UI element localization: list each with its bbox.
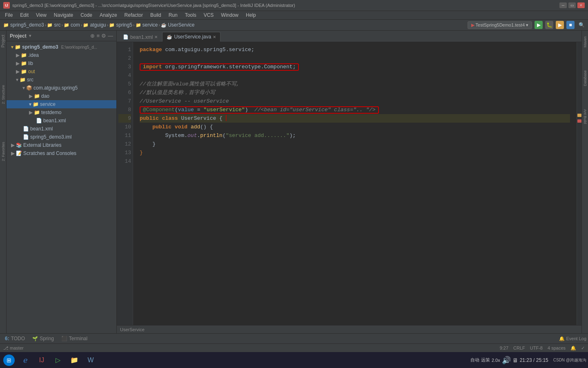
- run-config-label[interactable]: TestSpring5Demo1.test4: [476, 22, 525, 27]
- debug-button[interactable]: 🐛: [545, 21, 553, 29]
- breadcrumb-src[interactable]: 📁 src: [47, 22, 60, 28]
- breadcrumb-atguigu[interactable]: 📁 atguigu: [83, 22, 106, 28]
- tree-idea[interactable]: ▶ 📁 .idea: [7, 51, 116, 59]
- xml-icon: 📄: [36, 118, 42, 123]
- menu-code[interactable]: Code: [77, 11, 96, 19]
- code-editor[interactable]: 1 2 3 4 5 6 7 8 9 10 11 12 13 14: [117, 42, 581, 325]
- minimize-button[interactable]: ─: [559, 2, 567, 8]
- search-everywhere-button[interactable]: 🔍: [579, 22, 585, 28]
- menu-vcs[interactable]: VCS: [200, 11, 217, 19]
- tree-out[interactable]: ▶ 📁 out: [7, 67, 116, 76]
- start-button[interactable]: ⊞: [2, 353, 16, 367]
- breadcrumb-service[interactable]: 📁 service: [136, 22, 158, 28]
- taskbar-intellij[interactable]: IJ: [34, 353, 49, 367]
- settings-icon[interactable]: ⚙: [101, 33, 106, 39]
- comment-6: //默认值是类名称，首字母小写: [140, 88, 215, 97]
- taskbar-app5[interactable]: W: [83, 353, 98, 367]
- project-tool-label[interactable]: Project: [0, 32, 6, 50]
- menu-build[interactable]: Build: [147, 11, 165, 19]
- tree-scratches[interactable]: ▶ 📝 Scratches and Consoles: [7, 149, 116, 157]
- taskbar-explorer[interactable]: 📁: [67, 353, 82, 367]
- monitor-icon[interactable]: 🖥: [512, 357, 518, 364]
- menu-window[interactable]: Window: [218, 11, 242, 19]
- close-tab-userservice[interactable]: ✕: [213, 35, 216, 39]
- menu-help[interactable]: Help: [243, 11, 259, 19]
- breadcrumb-userservice[interactable]: ☕ UserService: [161, 22, 194, 28]
- menu-run[interactable]: Run: [165, 11, 181, 19]
- code-line-1: package com.atguigu.spring5.service;: [140, 45, 570, 54]
- spring-tab[interactable]: 🌱 Spring: [29, 334, 57, 343]
- menu-analyze[interactable]: Analyze: [96, 11, 120, 19]
- line-separator[interactable]: CRLF: [513, 346, 525, 350]
- encoding[interactable]: UTF-8: [530, 346, 543, 350]
- cursor-pos[interactable]: 9:27: [500, 346, 508, 350]
- favorites-tool-label[interactable]: 2: Favorites: [0, 139, 6, 164]
- breadcrumb-spring5[interactable]: 📁 spring5: [109, 22, 132, 28]
- taskbar-ie[interactable]: ℯ: [18, 353, 33, 367]
- tree-bean1[interactable]: 📄 bean1.xml: [7, 125, 116, 133]
- menu-file[interactable]: File: [2, 11, 16, 19]
- line-num-1: 1: [118, 45, 131, 54]
- tree-lib[interactable]: ▶ 📁 lib: [7, 59, 116, 67]
- terminal-tab[interactable]: ⬛ Terminal: [58, 334, 91, 343]
- tree-testdemo[interactable]: ▶ 📁 testdemo: [7, 108, 116, 117]
- bottom-tabs: 6: TODO 🌱 Spring ⬛ Terminal 🔔 Event Log: [0, 333, 588, 343]
- menu-refactor[interactable]: Refactor: [121, 11, 146, 19]
- tree-external-libs[interactable]: ▶ 📚 External Libraries: [7, 141, 116, 149]
- project-panel-dropdown[interactable]: ▾: [29, 33, 31, 38]
- line-num-11: 11: [118, 131, 131, 140]
- close-button[interactable]: ✕: [577, 2, 585, 8]
- line-num-12: 12: [118, 140, 131, 148]
- inspections-icon[interactable]: ✓: [581, 346, 585, 351]
- volume-icon[interactable]: 🔊: [502, 356, 511, 365]
- dropdown-icon[interactable]: ▾: [526, 22, 528, 28]
- tree-dao[interactable]: ▶ 📁 dao: [7, 92, 116, 100]
- space2-9: [178, 114, 181, 123]
- code-content[interactable]: package com.atguigu.spring5.service; imp…: [133, 42, 577, 325]
- database-tool-label[interactable]: Database: [582, 68, 588, 89]
- kw-import: import: [143, 63, 162, 71]
- tab-userservice-label[interactable]: UserService.java: [174, 34, 211, 40]
- indent-label[interactable]: 4 spaces: [548, 346, 566, 350]
- close-tab-bean1xml[interactable]: ✕: [154, 35, 158, 39]
- tree-bean1-inner[interactable]: 📄 bean1.xml: [7, 117, 116, 125]
- breadcrumb: 📁 spring5_demo3 › 📁 src › 📁 com › 📁 atgu…: [3, 22, 195, 28]
- todo-tab[interactable]: 6: TODO: [2, 334, 28, 343]
- maven-tool-label[interactable]: Maven: [582, 34, 588, 50]
- breadcrumb-project[interactable]: 📁 spring5_demo3: [3, 22, 44, 28]
- tree-iml[interactable]: 📄 spring5_demo3.iml: [7, 133, 116, 141]
- stop-button[interactable]: ■: [566, 21, 575, 29]
- annotation-comment: //<bean id="userService" class=".. "/>: [248, 105, 375, 114]
- run-config-selector[interactable]: ▶ TestSpring5Demo1.test4 ▾: [468, 21, 532, 29]
- collapse-all-icon[interactable]: ≡: [96, 33, 100, 39]
- tree-service[interactable]: ▾ 📁 service: [7, 100, 116, 108]
- external-libs-label: External Libraries: [23, 142, 61, 148]
- tab-userservice[interactable]: ☕ UserService.java ✕: [162, 32, 220, 42]
- hide-panel-icon[interactable]: —: [108, 33, 113, 39]
- coverage-button[interactable]: ▶: [556, 21, 564, 29]
- breadcrumb-com[interactable]: 📁 com: [64, 22, 80, 28]
- tab-bean1xml-label[interactable]: bean1.xml: [130, 34, 153, 40]
- menu-navigate[interactable]: Navigate: [51, 11, 76, 19]
- code-line-7: //UserService -- userService: [140, 97, 570, 105]
- project-path-label: E:\work\spring5_d...: [61, 45, 97, 49]
- event-log-btn[interactable]: 🔔 Event Log: [559, 336, 586, 341]
- code-line-5: //在注解里面value属性值可以省略不写,: [140, 80, 570, 88]
- tree-src[interactable]: ▾ 📁 src: [7, 76, 116, 84]
- menu-tools[interactable]: Tools: [182, 11, 200, 19]
- tab-bean1xml[interactable]: 📄 bean1.xml ✕: [118, 32, 162, 42]
- run-button[interactable]: ▶: [535, 21, 543, 29]
- build-tool-label[interactable]: Ant Build: [582, 107, 588, 126]
- taskbar-app3[interactable]: ▷: [51, 353, 65, 367]
- window-controls[interactable]: ─ ▭ ✕: [559, 2, 585, 8]
- tree-package[interactable]: ▾ 📦 com.atguigu.spring5: [7, 84, 116, 92]
- menu-edit[interactable]: Edit: [17, 11, 32, 19]
- tree-root[interactable]: ▾ 📁 spring5_demo3 E:\work\spring5_d...: [7, 43, 116, 51]
- line-num-4: 4: [118, 71, 131, 80]
- filename-footer: UserService: [120, 327, 145, 332]
- structure-tool-label[interactable]: 2: Structure: [0, 83, 6, 107]
- code-line-8: @Component ( value = "userService" ) //<…: [140, 105, 570, 114]
- menu-view[interactable]: View: [33, 11, 50, 19]
- restore-button[interactable]: ▭: [568, 2, 576, 8]
- locate-file-icon[interactable]: ⊕: [90, 33, 95, 39]
